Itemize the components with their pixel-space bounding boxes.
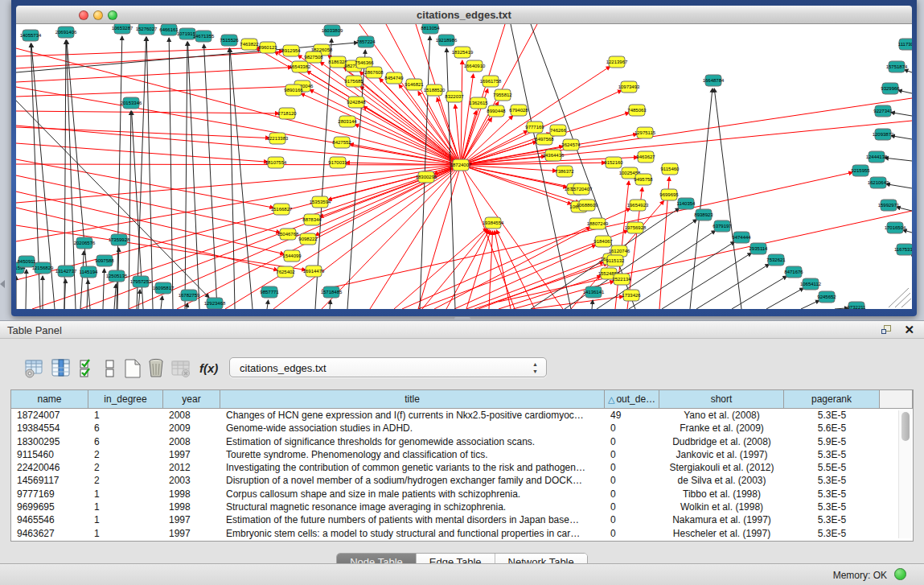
table-mode-icon[interactable] — [24, 358, 45, 379]
graph-node-label: 12213383 — [267, 136, 289, 141]
row-selector-icon[interactable] — [100, 358, 121, 379]
status-bar: Memory: OK — [0, 563, 924, 585]
column-header-in_degree[interactable]: in_degree — [88, 390, 163, 409]
graph-node-label: 12923468 — [204, 301, 226, 306]
graph-node-label: 18325419 — [452, 50, 474, 55]
table-row[interactable]: 946362711997Embryonic stem cells: a mode… — [11, 527, 913, 540]
table-cell: Disruption of a novel member of a sodium… — [220, 474, 605, 487]
graph-node-label: 1362615 — [469, 101, 488, 105]
table-cell: Hescheler et al. (1997) — [659, 527, 784, 540]
window-title: citations_edges.txt — [16, 9, 912, 21]
column-header-out_de[interactable]: △out_de… — [605, 390, 659, 409]
table-cell: 2008 — [163, 409, 220, 422]
table-scrollbar-thumb[interactable] — [901, 412, 910, 441]
graph-node-label: 17016504 — [885, 225, 906, 230]
table-cell: 1998 — [163, 501, 220, 513]
graph-node-label: 8454749 — [384, 76, 404, 80]
table-cell: 5.3E-5 — [784, 409, 880, 422]
graph-node-label: 10973493 — [618, 84, 640, 89]
table-cell: Nakamura et al. (1997) — [659, 513, 784, 526]
graph-node-label: 7485063 — [627, 108, 647, 113]
table-cell: 1 — [88, 501, 163, 513]
panel-title: Table Panel — [7, 324, 62, 336]
table-cell: 18724007 — [11, 409, 88, 422]
table-body: 1872400712008Changes of HCN gene express… — [11, 409, 913, 541]
table-cell: 5.3E-5 — [784, 513, 880, 526]
network-canvas[interactable]: 1405573420691406106532871527602764661611… — [16, 24, 912, 309]
table-cell: Corpus callosum shape and size in male p… — [220, 488, 605, 501]
column-header-year[interactable]: year — [163, 390, 220, 409]
table-scrollbar[interactable] — [898, 410, 911, 538]
panel-collapse-arrow-icon[interactable] — [0, 280, 5, 288]
table-row[interactable]: 969969511998Structural magnetic resonanc… — [11, 501, 913, 513]
graph-node-label: 15276027 — [136, 27, 158, 31]
function-builder-icon[interactable]: f(x) — [199, 361, 218, 375]
table-cell: 1 — [88, 409, 163, 422]
column-header-title[interactable]: title — [220, 390, 605, 409]
float-panel-icon[interactable] — [881, 325, 892, 335]
graph-node-label: 2718120 — [277, 111, 297, 116]
table-row[interactable]: 911546021997Tourette syndrome. Phenomeno… — [11, 448, 913, 461]
graph-node-label: 16648784 — [703, 78, 725, 83]
graph-node-label: 3624574 — [561, 142, 581, 147]
graph-node-label: 12213967 — [606, 60, 628, 64]
table-cell: Tibbo et al. (1998) — [659, 488, 784, 501]
table-row[interactable]: 946554611997Estimation of the future num… — [11, 513, 913, 526]
graph-node-label: 9474444 — [732, 235, 751, 240]
table-cell: 0 — [605, 488, 659, 501]
graph-node-label: 18300295 — [416, 175, 437, 179]
graph-node-label: 746266 — [550, 128, 567, 133]
close-panel-icon[interactable]: ✕ — [904, 323, 914, 336]
graph-node-label: 16210643 — [868, 180, 889, 185]
graph-node-label: 10654112 — [800, 282, 822, 286]
column-header-name[interactable]: name — [11, 390, 88, 409]
table-select-dropdown[interactable]: citations_edges.txt ▲▼ — [229, 357, 547, 377]
graph-node-label: 9098222 — [298, 237, 318, 241]
graph-node-label: 15188520 — [424, 88, 446, 93]
window-titlebar[interactable]: citations_edges.txt — [16, 6, 912, 24]
table-cell: Changes of HCN gene expression and I(f) … — [220, 409, 605, 422]
graph-node-label: 9890166 — [284, 88, 303, 93]
table-row[interactable]: 977716911998Corpus callosum shape and si… — [11, 488, 913, 501]
graph-node-label: 9329966 — [881, 86, 900, 91]
column-header-filler — [880, 390, 913, 409]
table-toolbar: f(x) citations_edges.txt ▲▼ — [0, 339, 924, 385]
graph-node-label: 15718485 — [321, 290, 343, 295]
node-layer: 1405573420691406106532871527602764661611… — [16, 24, 912, 309]
column-visibility-icon[interactable] — [51, 358, 72, 379]
delete-table-icon[interactable] — [170, 358, 191, 379]
graph-node-label: 1544099 — [282, 253, 302, 258]
graph-node-label: 9184067 — [593, 239, 613, 244]
table-cell: 5.3E-5 — [784, 474, 880, 487]
column-header-short[interactable]: short — [659, 390, 784, 409]
table-cell: Estimation of significance thresholds fo… — [220, 435, 605, 448]
table-cell: 9463627 — [11, 527, 88, 540]
table-cell: 5.5E-5 — [784, 461, 880, 474]
graph-node-label: 15720407 — [571, 187, 593, 192]
table-cell: 14569117 — [11, 474, 88, 487]
column-header-pagerank[interactable]: pagerank — [784, 390, 880, 409]
table-cell: 6 — [88, 435, 163, 448]
table-header-row[interactable]: namein_degreeyeartitle△out_de…shortpager… — [11, 390, 913, 409]
graph-node-label: 8322037 — [445, 94, 464, 99]
graph-node-label: 7955812 — [493, 93, 512, 97]
graph-node-label: 18107554 — [265, 160, 287, 165]
graph-node-label: 9170031 — [328, 160, 347, 165]
table-row[interactable]: 1456911722003Disruption of a novel membe… — [11, 474, 913, 487]
table-cell: Dudbridge et al. (2008) — [659, 435, 784, 448]
graph-node-label: 9146821 — [405, 82, 424, 87]
graph-node-label: 11675338 — [894, 247, 912, 252]
table-row[interactable]: 1872400712008Changes of HCN gene express… — [11, 409, 913, 422]
new-column-icon[interactable] — [122, 358, 143, 379]
memory-status-indicator[interactable] — [894, 568, 906, 580]
table-cell: Stergiakouli et al. (2012) — [659, 461, 784, 474]
table-row[interactable]: 1938455462009Genome-wide association stu… — [11, 422, 913, 435]
column-checklist-icon[interactable] — [77, 358, 98, 379]
delete-column-icon[interactable] — [146, 358, 167, 379]
table-cell: 2009 — [163, 422, 220, 435]
graph-node-label: 19756928 — [625, 225, 647, 230]
graph-node-label: 16120746 — [609, 249, 630, 253]
graph-node-label: 9699695 — [659, 192, 679, 197]
table-row[interactable]: 1830029562008Estimation of significance … — [11, 435, 913, 448]
table-row[interactable]: 2242004622012Investigating the contribut… — [11, 461, 913, 474]
